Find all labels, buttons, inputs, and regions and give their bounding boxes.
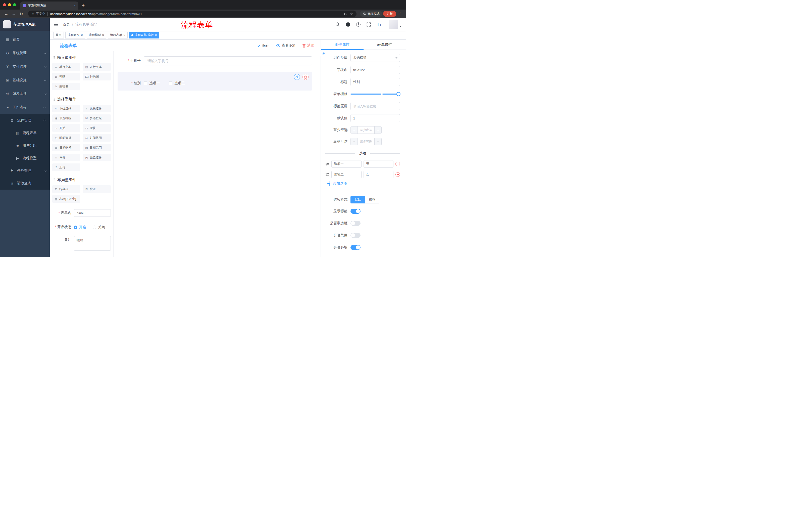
tab-form-props[interactable]: 表单属性: [364, 40, 406, 50]
gender-option-1-checkbox[interactable]: 选项一: [144, 81, 160, 85]
component-item-rate[interactable]: ☆ 评分: [52, 154, 80, 161]
forward-button[interactable]: →: [10, 11, 17, 16]
label-width-input[interactable]: [350, 102, 400, 110]
sidebar-item-process-model[interactable]: ▶ 流程模型: [0, 152, 50, 164]
increase-button[interactable]: [374, 138, 381, 145]
form-grid-slider[interactable]: [350, 90, 400, 98]
reload-button[interactable]: ↻: [18, 11, 25, 16]
component-item-radio-group[interactable]: ◉ 单选框组: [52, 114, 80, 122]
search-icon[interactable]: [336, 22, 340, 27]
component-item-cascader[interactable]: ⋎ 级联选择: [83, 105, 111, 112]
bookmark-star-icon[interactable]: ☆: [350, 12, 353, 16]
status-radio-closed[interactable]: 关闭: [93, 225, 105, 229]
remove-option-button[interactable]: [396, 172, 400, 177]
sidebar-item-devtools[interactable]: ⚒ 研发工具: [0, 87, 50, 101]
option-value-input[interactable]: [364, 171, 394, 178]
remove-option-button[interactable]: [396, 162, 400, 166]
sidebar-item-process-form[interactable]: ▤ 流程表单: [0, 127, 50, 139]
window-close-button[interactable]: [3, 3, 6, 6]
component-item-upload[interactable]: ↥ 上传: [52, 163, 80, 171]
new-tab-button[interactable]: +: [82, 1, 85, 9]
sidebar-item-payment[interactable]: ¥ 支付管理: [0, 60, 50, 74]
window-zoom-button[interactable]: [13, 3, 16, 6]
component-item-editor[interactable]: ✎ 编辑器: [52, 83, 80, 90]
component-type-select[interactable]: [350, 54, 400, 62]
password-key-icon[interactable]: [343, 12, 347, 16]
component-item-time-range[interactable]: ◶ 时间范围: [83, 134, 111, 141]
sidebar-item-task-management[interactable]: ⚑ 任务管理: [0, 164, 50, 177]
component-item-time-picker[interactable]: ◷ 时间选择: [52, 134, 80, 141]
component-item-slider[interactable]: ⊶ 滑块: [83, 124, 111, 132]
window-minimize-button[interactable]: [8, 3, 11, 6]
fullscreen-icon[interactable]: [367, 22, 371, 27]
min-select-input[interactable]: [358, 127, 374, 134]
delete-component-button[interactable]: [302, 74, 309, 80]
sidebar-logo[interactable]: 芋道管理系统: [0, 18, 50, 31]
tab-component-props[interactable]: 组件属性: [321, 40, 364, 50]
sidebar-item-infrastructure[interactable]: ▣ 基础设施: [0, 74, 50, 87]
drag-handle-icon[interactable]: [325, 173, 329, 176]
component-item-multi-line-text[interactable]: ▤ 多行文本: [83, 63, 111, 71]
required-switch[interactable]: [350, 245, 360, 250]
title-input[interactable]: [350, 78, 400, 86]
copy-component-button[interactable]: [294, 74, 300, 80]
option-label-input[interactable]: [331, 160, 361, 168]
tag-process-form-edit[interactable]: 流程表单-编辑: [129, 32, 159, 38]
max-select-input[interactable]: [358, 138, 374, 145]
sidebar-item-user-group[interactable]: ☻ 用户分组: [0, 139, 50, 152]
tab-close-icon[interactable]: ×: [74, 3, 76, 7]
decrease-button[interactable]: [351, 127, 358, 134]
sidebar-item-workflow[interactable]: ≡ 工作流程: [0, 101, 50, 114]
phone-field-row[interactable]: 手机号: [118, 56, 312, 65]
tag-process-form[interactable]: 流程表单: [108, 32, 127, 38]
show-label-switch[interactable]: [350, 209, 360, 214]
close-icon[interactable]: [155, 33, 157, 37]
option-value-input[interactable]: [364, 160, 394, 168]
back-button[interactable]: ←: [3, 11, 9, 16]
component-item-date-picker[interactable]: ▦ 日期选择: [52, 144, 80, 152]
component-item-button[interactable]: ⊡ 按钮: [83, 185, 111, 193]
hamburger-button[interactable]: [54, 22, 58, 26]
component-item-color-picker[interactable]: ◩ 颜色选择: [83, 154, 111, 161]
component-item-row-container[interactable]: ⊞ 行容器: [52, 185, 80, 193]
browser-update-button[interactable]: 更新: [383, 11, 396, 17]
drag-handle-icon[interactable]: [325, 162, 329, 166]
form-remark-textarea[interactable]: 嘿嘿: [74, 236, 111, 251]
style-button-button[interactable]: 按钮: [365, 196, 379, 204]
component-item-checkbox-group[interactable]: ☑ 多选框组: [83, 114, 111, 122]
gender-option-2-checkbox[interactable]: 选项二: [169, 81, 185, 85]
slider-handle[interactable]: [397, 92, 401, 96]
external-link-button[interactable]: [321, 51, 326, 56]
component-item-table[interactable]: ▦ 表格[开发中]: [52, 195, 80, 203]
status-radio-open[interactable]: 开启: [74, 225, 86, 229]
close-icon[interactable]: [81, 33, 83, 37]
component-item-counter[interactable]: 123 计数器: [83, 73, 111, 80]
field-name-input[interactable]: [350, 66, 400, 74]
tag-process-model[interactable]: 流程模型: [87, 32, 107, 38]
view-json-button[interactable]: 查看json: [276, 43, 295, 48]
add-option-button[interactable]: 添加选项: [327, 181, 400, 186]
close-icon[interactable]: [123, 33, 125, 37]
breadcrumb-home[interactable]: 首页: [63, 22, 70, 27]
clear-button[interactable]: 清空: [302, 43, 314, 48]
sidebar-item-leave-query[interactable]: ☺ 请假查询: [0, 177, 50, 190]
save-button[interactable]: 保存: [257, 43, 269, 48]
style-default-button[interactable]: 默认: [350, 196, 365, 204]
component-item-dropdown[interactable]: ⊙ 下拉选择: [52, 105, 80, 112]
border-switch[interactable]: [350, 221, 360, 226]
component-item-password[interactable]: ⊠ 密码: [52, 73, 80, 80]
component-item-single-line-text[interactable]: ▭ 单行文本: [52, 63, 80, 71]
tag-process-definition[interactable]: 流程定义: [65, 32, 85, 38]
sidebar-item-system[interactable]: ⚙ 系统管理: [0, 46, 50, 60]
url-bar[interactable]: ⚠ 不安全 dashboard.yudao.iocoder.cn /bpm/ma…: [28, 10, 356, 17]
phone-input[interactable]: [144, 56, 312, 65]
increase-button[interactable]: [374, 127, 381, 134]
browser-menu-icon[interactable]: ⋮: [397, 11, 403, 16]
sidebar-item-process-management[interactable]: ≣ 流程管理: [0, 114, 50, 127]
user-menu[interactable]: [389, 20, 402, 29]
decrease-button[interactable]: [351, 138, 358, 145]
component-item-switch[interactable]: ⊸ 开关: [52, 124, 80, 132]
github-icon[interactable]: [346, 22, 350, 27]
component-item-date-range[interactable]: ▩ 日期范围: [83, 144, 111, 152]
tag-home[interactable]: 首页: [53, 32, 64, 38]
